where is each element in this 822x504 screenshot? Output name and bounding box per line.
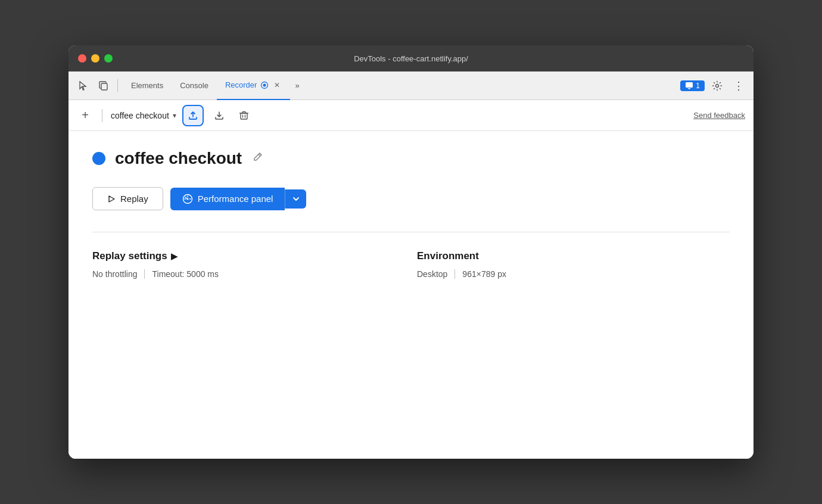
environment-title: Environment — [417, 250, 730, 262]
minimize-button[interactable] — [91, 54, 99, 63]
edit-title-icon[interactable] — [251, 151, 263, 166]
tab-recorder[interactable]: Recorder ✕ — [217, 71, 290, 100]
recording-header: coffee checkout — [92, 149, 730, 168]
replay-settings-values: No throttling Timeout: 5000 ms — [92, 269, 405, 279]
toolbar-divider-1 — [117, 79, 118, 92]
settings-grid: Replay settings ▶ No throttling Timeout:… — [92, 250, 730, 279]
action-buttons: Replay Performance panel — [92, 187, 730, 210]
recorder-bar: + coffee checkout ▾ — [68, 100, 754, 131]
send-feedback-link[interactable]: Send feedback — [693, 111, 745, 120]
tab-recorder-close[interactable]: ✕ — [272, 80, 282, 90]
section-divider — [92, 232, 730, 232]
more-options-button[interactable]: ⋮ — [730, 77, 748, 95]
export-icon — [188, 111, 198, 120]
toolbar-right: 1 ⋮ — [680, 77, 748, 95]
recorder-icon — [260, 81, 269, 89]
replay-button[interactable]: Replay — [92, 187, 163, 210]
recording-title: coffee checkout — [115, 149, 242, 168]
cursor-icon[interactable] — [74, 77, 92, 95]
svg-rect-3 — [686, 82, 693, 88]
replay-settings-arrow: ▶ — [171, 251, 178, 261]
toolbar: Elements Console Recorder ✕ » — [68, 71, 754, 100]
chevron-down-icon — [292, 195, 300, 203]
svg-point-9 — [186, 198, 188, 200]
recorder-bar-divider — [102, 109, 102, 122]
environment-values: Desktop 961×789 px — [417, 269, 730, 279]
svg-point-2 — [263, 83, 266, 86]
recording-indicator — [92, 152, 105, 165]
gear-icon — [712, 80, 723, 91]
tab-elements[interactable]: Elements — [123, 71, 172, 100]
tab-console[interactable]: Console — [172, 71, 217, 100]
traffic-lights — [78, 54, 113, 63]
tab-list: Elements Console Recorder ✕ » — [123, 71, 678, 100]
replay-settings-section: Replay settings ▶ No throttling Timeout:… — [92, 250, 405, 279]
svg-rect-5 — [241, 113, 247, 119]
env-value-divider — [454, 269, 455, 279]
play-icon — [107, 195, 116, 203]
delete-button[interactable] — [235, 106, 254, 125]
download-button[interactable] — [210, 106, 229, 125]
trash-icon — [239, 110, 249, 120]
close-button[interactable] — [78, 54, 86, 63]
copy-icon[interactable] — [95, 77, 113, 95]
settings-button[interactable] — [708, 77, 726, 95]
download-icon — [214, 111, 224, 120]
svg-rect-0 — [101, 83, 107, 90]
add-recording-button[interactable]: + — [77, 107, 94, 124]
performance-panel-dropdown-button[interactable] — [285, 189, 306, 209]
feedback-icon — [685, 82, 693, 90]
maximize-button[interactable] — [104, 54, 113, 63]
devtools-window: DevTools - coffee-cart.netlify.app/ Elem… — [68, 45, 754, 459]
feedback-count-button[interactable]: 1 — [680, 80, 705, 91]
tab-more[interactable]: » — [290, 71, 304, 100]
main-content: coffee checkout Replay — [68, 131, 754, 459]
window-title: DevTools - coffee-cart.netlify.app/ — [354, 54, 468, 63]
titlebar: DevTools - coffee-cart.netlify.app/ — [68, 45, 754, 71]
performance-panel-button[interactable]: Performance panel — [170, 188, 285, 210]
replay-settings-title[interactable]: Replay settings ▶ — [92, 250, 405, 262]
recording-selector[interactable]: coffee checkout ▾ — [111, 111, 176, 120]
performance-icon — [182, 194, 193, 204]
chevron-down-icon: ▾ — [173, 111, 176, 120]
settings-value-divider — [144, 269, 145, 279]
svg-point-4 — [716, 84, 719, 87]
environment-section: Environment Desktop 961×789 px — [417, 250, 730, 279]
export-button[interactable] — [182, 105, 204, 126]
